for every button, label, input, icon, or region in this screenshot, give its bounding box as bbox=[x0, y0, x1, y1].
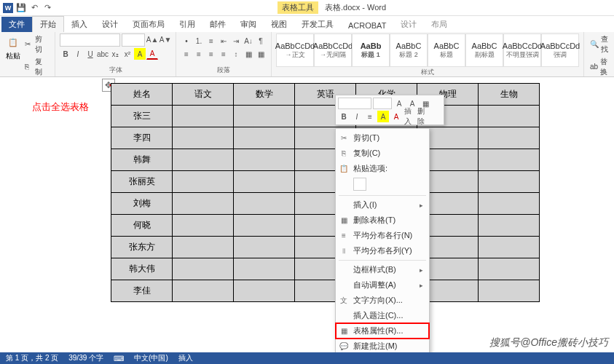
show-marks-button[interactable]: ¶ bbox=[255, 35, 267, 47]
table-cell[interactable] bbox=[173, 258, 234, 280]
style-item-7[interactable]: AaBbCcDd强调 bbox=[541, 33, 579, 67]
undo-icon[interactable]: ↶ bbox=[29, 3, 39, 13]
align-center-button[interactable]: ≡ bbox=[193, 48, 205, 60]
menu-copy[interactable]: ⎘复制(C) bbox=[336, 146, 429, 161]
font-name-combo[interactable] bbox=[60, 33, 120, 47]
table-row[interactable]: 韩舞 bbox=[111, 149, 540, 171]
table-cell[interactable] bbox=[173, 193, 234, 215]
copy-button[interactable]: ⎘复制 bbox=[23, 56, 50, 78]
font-size-combo[interactable] bbox=[122, 33, 145, 47]
table-cell[interactable] bbox=[234, 106, 295, 127]
tab-table-design[interactable]: 设计 bbox=[393, 17, 424, 32]
style-item-6[interactable]: AaBbCcDd不明显强调 bbox=[503, 33, 541, 67]
table-row[interactable]: 何晓 bbox=[111, 215, 540, 237]
table-cell[interactable] bbox=[173, 171, 234, 193]
align-left-button[interactable]: ≡ bbox=[181, 48, 192, 60]
table-cell[interactable]: 张三 bbox=[111, 106, 173, 127]
document-table[interactable]: 姓名语文数学英语化学物理生物张三李四韩舞张丽英刘梅何晓张东方韩大伟李佳 bbox=[111, 83, 540, 302]
table-row[interactable]: 李四 bbox=[111, 127, 540, 149]
tab-acrobat[interactable]: ACROBAT bbox=[341, 19, 393, 32]
menu-cut[interactable]: ✂剪切(T) bbox=[336, 130, 429, 146]
table-cell[interactable] bbox=[234, 127, 295, 149]
table-header[interactable]: 数学 bbox=[234, 84, 295, 106]
table-cell[interactable]: 李四 bbox=[111, 127, 173, 149]
table-cell[interactable]: 韩大伟 bbox=[111, 258, 173, 280]
table-cell[interactable] bbox=[234, 215, 295, 237]
bullets-button[interactable]: • bbox=[181, 35, 192, 47]
table-cell[interactable] bbox=[479, 237, 540, 258]
table-cell[interactable] bbox=[479, 280, 540, 302]
mini-delete-button[interactable]: 删除 bbox=[417, 111, 428, 122]
mini-insert-button[interactable]: 插入 bbox=[404, 111, 415, 122]
menu-distribute-cols[interactable]: ⦀平均分布各列(Y) bbox=[336, 243, 429, 258]
cut-button[interactable]: ✂剪切 bbox=[23, 33, 50, 55]
italic-button[interactable]: I bbox=[72, 48, 84, 60]
mini-highlight-button[interactable]: A bbox=[377, 111, 389, 122]
table-cell[interactable] bbox=[234, 149, 295, 171]
underline-button[interactable]: U bbox=[84, 48, 96, 60]
menu-autofit[interactable]: 自动调整(A)▸ bbox=[336, 277, 429, 293]
table-cell[interactable] bbox=[234, 280, 295, 302]
table-cell[interactable]: 李佳 bbox=[111, 280, 173, 302]
style-item-5[interactable]: AaBbC副标题 bbox=[465, 33, 503, 67]
replace-button[interactable]: ab替换 bbox=[589, 56, 610, 78]
table-cell[interactable] bbox=[234, 258, 295, 280]
strikethrough-button[interactable]: abc bbox=[97, 48, 109, 60]
status-mode[interactable]: 插入 bbox=[178, 353, 193, 363]
tab-file[interactable]: 文件 bbox=[1, 17, 32, 32]
style-item-4[interactable]: AaBbC标题 bbox=[428, 33, 465, 67]
superscript-button[interactable]: x² bbox=[122, 48, 133, 60]
table-cell[interactable] bbox=[479, 215, 540, 237]
table-cell[interactable] bbox=[479, 193, 540, 215]
table-row[interactable]: 张三 bbox=[111, 106, 540, 127]
shrink-font-icon[interactable]: A▼ bbox=[160, 33, 171, 45]
mini-italic-button[interactable]: I bbox=[351, 111, 363, 122]
tab-view[interactable]: 视图 bbox=[264, 17, 294, 32]
justify-button[interactable]: ≡ bbox=[218, 48, 229, 60]
table-row[interactable]: 张东方 bbox=[111, 237, 540, 258]
table-cell[interactable] bbox=[234, 237, 295, 258]
style-item-3[interactable]: AaBbC标题 2 bbox=[390, 33, 428, 67]
menu-distribute-rows[interactable]: ≡平均分布各行(N) bbox=[336, 228, 429, 243]
paste-option-1[interactable] bbox=[353, 178, 366, 191]
tab-table-layout[interactable]: 布局 bbox=[424, 17, 454, 32]
menu-delete-table[interactable]: ▦删除表格(T) bbox=[336, 213, 429, 228]
mini-size-combo[interactable] bbox=[373, 98, 392, 109]
table-cell[interactable] bbox=[173, 215, 234, 237]
tab-developer[interactable]: 开发工具 bbox=[294, 17, 341, 32]
mini-bold-button[interactable]: B bbox=[338, 111, 350, 122]
table-row[interactable]: 刘梅 bbox=[111, 193, 540, 215]
align-right-button[interactable]: ≡ bbox=[205, 48, 217, 60]
table-cell[interactable] bbox=[234, 193, 295, 215]
table-cell[interactable] bbox=[234, 171, 295, 193]
multilevel-button[interactable]: ≡ bbox=[205, 35, 217, 47]
table-cell[interactable] bbox=[479, 106, 540, 127]
tab-design[interactable]: 设计 bbox=[95, 17, 125, 32]
table-cell[interactable] bbox=[479, 127, 540, 149]
sort-button[interactable]: A↓ bbox=[243, 35, 254, 47]
tab-references[interactable]: 引用 bbox=[172, 17, 202, 32]
table-cell[interactable] bbox=[173, 106, 234, 127]
tab-mailings[interactable]: 邮件 bbox=[202, 17, 233, 32]
bold-button[interactable]: B bbox=[60, 48, 71, 60]
find-button[interactable]: 🔍查找 bbox=[589, 33, 610, 55]
table-row[interactable]: 李佳 bbox=[111, 280, 540, 302]
style-item-2[interactable]: AaBb标题 1 bbox=[352, 33, 390, 67]
tab-insert[interactable]: 插入 bbox=[64, 17, 95, 32]
table-cell[interactable] bbox=[173, 127, 234, 149]
menu-insert-caption[interactable]: 插入题注(C)... bbox=[336, 308, 429, 323]
decrease-indent-button[interactable]: ⇤ bbox=[218, 35, 229, 47]
status-page[interactable]: 第 1 页，共 2 页 bbox=[6, 353, 58, 363]
table-cell[interactable] bbox=[173, 237, 234, 258]
style-item-0[interactable]: AaBbCcDd→正文 bbox=[276, 33, 314, 67]
table-cell[interactable] bbox=[479, 258, 540, 280]
table-row[interactable]: 张丽英 bbox=[111, 171, 540, 193]
table-cell[interactable]: 张丽英 bbox=[111, 171, 173, 193]
styles-gallery[interactable]: AaBbCcDd→正文AaBbCcDd→无间隔AaBb标题 1AaBbC标题 2… bbox=[276, 33, 579, 67]
table-cell[interactable]: 韩舞 bbox=[111, 149, 173, 171]
table-cell[interactable] bbox=[173, 149, 234, 171]
menu-insert[interactable]: 插入(I)▸ bbox=[336, 197, 429, 213]
borders-button[interactable]: ▦ bbox=[255, 48, 267, 60]
menu-table-properties[interactable]: ▦表格属性(R)... bbox=[336, 323, 429, 339]
font-color-button[interactable]: A bbox=[146, 48, 158, 60]
